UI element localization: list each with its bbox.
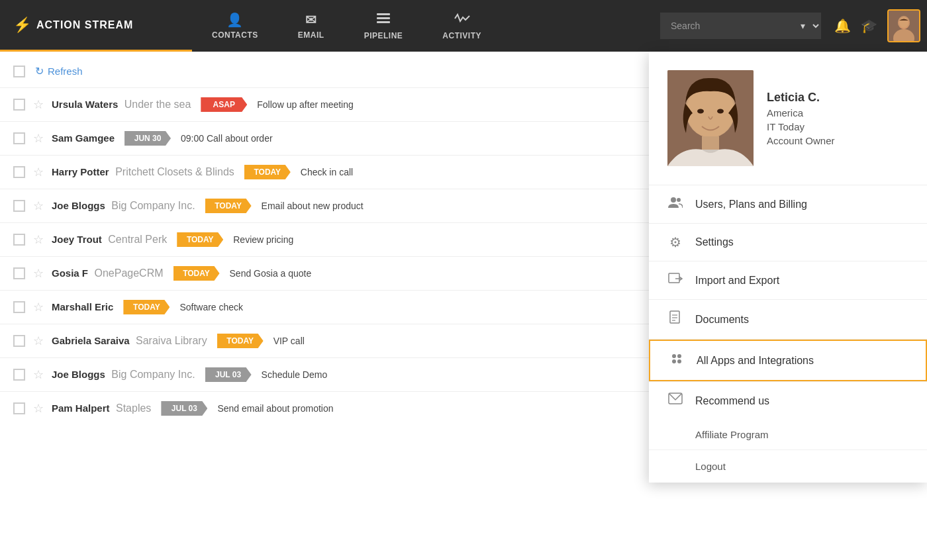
user-name: Leticia C. (767, 91, 835, 105)
row-checkbox[interactable] (13, 200, 25, 212)
apps-icon (669, 351, 685, 369)
user-info: Leticia C. America IT Today Account Owne… (767, 91, 835, 146)
contact-action: Software check (179, 302, 243, 312)
activity-icon (454, 12, 470, 28)
row-checkbox[interactable] (13, 267, 25, 279)
menu-affiliate-program-label: Affiliate Program (695, 429, 769, 440)
help-button[interactable]: 🎓 (861, 18, 877, 34)
row-checkbox[interactable] (13, 234, 25, 246)
star-icon[interactable]: ☆ (33, 401, 44, 416)
menu-logout[interactable]: Logout (649, 450, 927, 483)
nav-icons-right: 🔔 🎓 (834, 9, 920, 42)
contact-action: Follow up after meeting (257, 99, 354, 110)
search-dropdown[interactable]: ▾ (793, 13, 821, 39)
menu-documents[interactable]: Documents (649, 300, 927, 340)
contact-name-company: Pam Halpert Staples (52, 402, 151, 414)
notifications-button[interactable]: 🔔 (834, 18, 851, 34)
menu-import-export-label: Import and Export (695, 275, 779, 287)
main: ↻ Refresh ☆ Ursula Waters Under the sea … (0, 52, 927, 560)
contact-tag: ASAP (201, 97, 247, 112)
svg-point-25 (677, 359, 681, 363)
contact-action: Send Gosia a quote (230, 268, 312, 279)
user-profile-section: Leticia C. America IT Today Account Owne… (649, 52, 927, 185)
svg-point-7 (899, 17, 908, 28)
email-icon: ✉ (305, 12, 317, 28)
refresh-label: Refresh (48, 66, 83, 77)
contact-tag: TODAY (205, 199, 252, 213)
contact-company: OnePageCRM (94, 267, 163, 279)
star-icon[interactable]: ☆ (33, 232, 44, 247)
topnav: ⚡ ACTION STREAM 👤 CONTACTS ✉ EMAIL PIPEL… (0, 0, 927, 52)
user-avatar-button[interactable] (887, 9, 920, 42)
contact-name: Marshall Eric (52, 301, 113, 312)
menu-import-export[interactable]: Import and Export (649, 261, 927, 300)
user-company: IT Today (767, 121, 835, 132)
contact-company: Staples (116, 402, 151, 414)
contact-name: Gabriela Saraiva (52, 335, 130, 346)
nav-items: 👤 CONTACTS ✉ EMAIL PIPELINE ACT (192, 0, 660, 52)
contact-tag: JUL 03 (205, 367, 252, 382)
row-checkbox[interactable] (13, 402, 25, 414)
contact-name: Ursula Waters (52, 99, 118, 110)
documents-icon (667, 310, 683, 328)
row-checkbox[interactable] (13, 99, 25, 111)
star-icon[interactable]: ☆ (33, 97, 44, 112)
star-icon[interactable]: ☆ (33, 266, 44, 281)
contact-company: Under the sea (124, 99, 191, 110)
contact-name: Joe Bloggs (52, 200, 105, 211)
refresh-button[interactable]: ↻ Refresh (35, 65, 83, 77)
nav-pipeline-label: PIPELINE (364, 31, 403, 40)
menu-logout-label: Logout (695, 461, 726, 472)
menu-recommend-us[interactable]: Recommend us (649, 381, 927, 420)
nav-pipeline[interactable]: PIPELINE (344, 0, 423, 52)
refresh-icon: ↻ (35, 65, 44, 77)
row-checkbox[interactable] (13, 335, 25, 347)
nav-email[interactable]: ✉ EMAIL (278, 0, 344, 52)
nav-contacts[interactable]: 👤 CONTACTS (192, 0, 278, 52)
contact-name: Pam Halpert (52, 402, 110, 414)
menu-recommend-us-label: Recommend us (695, 395, 769, 407)
search-input[interactable] (660, 13, 793, 39)
menu-all-apps-integrations-label: All Apps and Integrations (697, 355, 814, 367)
row-checkbox[interactable] (13, 166, 25, 178)
contact-name: Gosia F (52, 267, 88, 279)
contact-tag: TODAY (173, 266, 220, 281)
contact-name-company: Joey Trout Central Perk (52, 234, 167, 246)
menu-affiliate-program[interactable]: Affiliate Program (649, 420, 927, 450)
select-all-checkbox[interactable] (13, 66, 25, 77)
contact-tag: JUN 30 (124, 131, 171, 146)
star-icon[interactable]: ☆ (33, 367, 44, 382)
menu-settings[interactable]: ⚙ Settings (649, 224, 927, 261)
nav-contacts-label: CONTACTS (212, 30, 258, 40)
star-icon[interactable]: ☆ (33, 199, 44, 213)
brand[interactable]: ⚡ ACTION STREAM (0, 0, 192, 52)
svg-rect-16 (669, 273, 679, 283)
user-dropdown-menu: Leticia C. America IT Today Account Owne… (649, 52, 927, 483)
star-icon[interactable]: ☆ (33, 131, 44, 146)
contact-tag: TODAY (217, 334, 264, 348)
contact-name-company: Marshall Eric (52, 301, 113, 313)
svg-rect-2 (377, 21, 390, 23)
svg-point-23 (677, 354, 681, 358)
star-icon[interactable]: ☆ (33, 165, 44, 179)
menu-settings-label: Settings (695, 236, 734, 248)
svg-point-14 (671, 197, 676, 203)
contacts-icon: 👤 (226, 12, 244, 28)
bolt-icon: ⚡ (13, 17, 31, 34)
row-checkbox[interactable] (13, 301, 25, 313)
contact-company: Saraiva Library (136, 335, 207, 346)
pipeline-icon (376, 12, 391, 28)
contact-tag: JUL 03 (161, 401, 207, 416)
nav-activity[interactable]: ACTIVITY (422, 0, 501, 52)
contact-company: Big Company Inc. (111, 369, 195, 380)
contact-name: Harry Potter (52, 166, 109, 177)
brand-name: ACTION STREAM (36, 19, 133, 31)
menu-all-apps-integrations[interactable]: All Apps and Integrations (649, 340, 927, 381)
user-role: Account Owner (767, 135, 835, 146)
row-checkbox[interactable] (13, 132, 25, 144)
star-icon[interactable]: ☆ (33, 300, 44, 314)
contact-company: Big Company Inc. (111, 200, 195, 211)
star-icon[interactable]: ☆ (33, 334, 44, 348)
row-checkbox[interactable] (13, 369, 25, 381)
menu-users-plans-billing[interactable]: Users, Plans and Billing (649, 185, 927, 224)
